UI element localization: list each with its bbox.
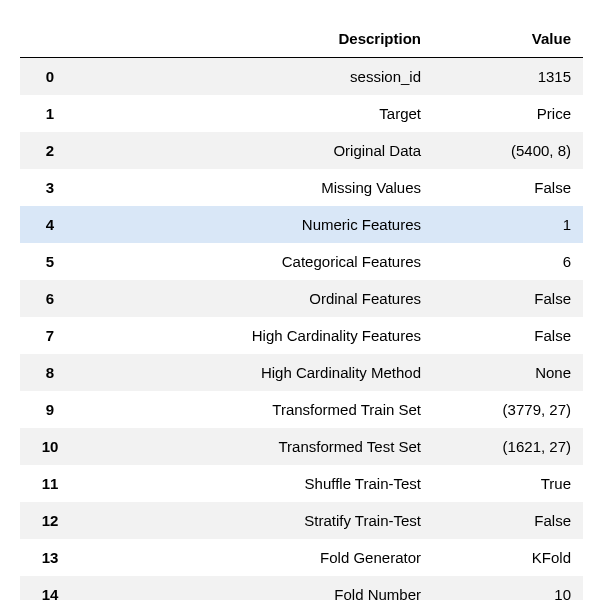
row-description: session_id xyxy=(80,58,433,96)
row-index: 2 xyxy=(20,132,80,169)
row-description: Ordinal Features xyxy=(80,280,433,317)
table-row: 10Transformed Test Set(1621, 27) xyxy=(20,428,583,465)
table-row: 4Numeric Features1 xyxy=(20,206,583,243)
row-index: 5 xyxy=(20,243,80,280)
row-index: 0 xyxy=(20,58,80,96)
row-value: False xyxy=(433,169,583,206)
row-index: 3 xyxy=(20,169,80,206)
row-index: 13 xyxy=(20,539,80,576)
row-description: High Cardinality Features xyxy=(80,317,433,354)
row-value: (5400, 8) xyxy=(433,132,583,169)
row-value: Price xyxy=(433,95,583,132)
header-value: Value xyxy=(433,20,583,58)
row-index: 7 xyxy=(20,317,80,354)
table-row: 1TargetPrice xyxy=(20,95,583,132)
table-row: 2Original Data(5400, 8) xyxy=(20,132,583,169)
row-index: 10 xyxy=(20,428,80,465)
row-index: 11 xyxy=(20,465,80,502)
table-row: 13Fold GeneratorKFold xyxy=(20,539,583,576)
row-description: High Cardinality Method xyxy=(80,354,433,391)
row-description: Shuffle Train-Test xyxy=(80,465,433,502)
row-description: Transformed Train Set xyxy=(80,391,433,428)
row-index: 14 xyxy=(20,576,80,600)
header-row: Description Value xyxy=(20,20,583,58)
row-index: 12 xyxy=(20,502,80,539)
row-value: True xyxy=(433,465,583,502)
row-value: (1621, 27) xyxy=(433,428,583,465)
row-value: False xyxy=(433,502,583,539)
table-row: 11Shuffle Train-TestTrue xyxy=(20,465,583,502)
row-value: 1 xyxy=(433,206,583,243)
table-row: 7High Cardinality FeaturesFalse xyxy=(20,317,583,354)
row-description: Fold Generator xyxy=(80,539,433,576)
summary-table: Description Value 0session_id13151Target… xyxy=(20,20,583,600)
row-value: None xyxy=(433,354,583,391)
table-row: 14Fold Number10 xyxy=(20,576,583,600)
row-value: (3779, 27) xyxy=(433,391,583,428)
table-row: 3Missing ValuesFalse xyxy=(20,169,583,206)
row-index: 4 xyxy=(20,206,80,243)
table-row: 5Categorical Features6 xyxy=(20,243,583,280)
table-row: 8High Cardinality MethodNone xyxy=(20,354,583,391)
row-description: Categorical Features xyxy=(80,243,433,280)
table-row: 6Ordinal FeaturesFalse xyxy=(20,280,583,317)
row-value: False xyxy=(433,280,583,317)
row-value: KFold xyxy=(433,539,583,576)
header-index xyxy=(20,20,80,58)
header-description: Description xyxy=(80,20,433,58)
table-row: 12Stratify Train-TestFalse xyxy=(20,502,583,539)
table-row: 9Transformed Train Set(3779, 27) xyxy=(20,391,583,428)
row-value: False xyxy=(433,317,583,354)
row-index: 6 xyxy=(20,280,80,317)
row-description: Transformed Test Set xyxy=(80,428,433,465)
row-index: 1 xyxy=(20,95,80,132)
row-index: 9 xyxy=(20,391,80,428)
table-row: 0session_id1315 xyxy=(20,58,583,96)
table-body: 0session_id13151TargetPrice2Original Dat… xyxy=(20,58,583,601)
row-value: 1315 xyxy=(433,58,583,96)
row-value: 6 xyxy=(433,243,583,280)
row-description: Stratify Train-Test xyxy=(80,502,433,539)
row-description: Numeric Features xyxy=(80,206,433,243)
row-description: Fold Number xyxy=(80,576,433,600)
row-description: Original Data xyxy=(80,132,433,169)
row-description: Target xyxy=(80,95,433,132)
row-value: 10 xyxy=(433,576,583,600)
row-index: 8 xyxy=(20,354,80,391)
row-description: Missing Values xyxy=(80,169,433,206)
